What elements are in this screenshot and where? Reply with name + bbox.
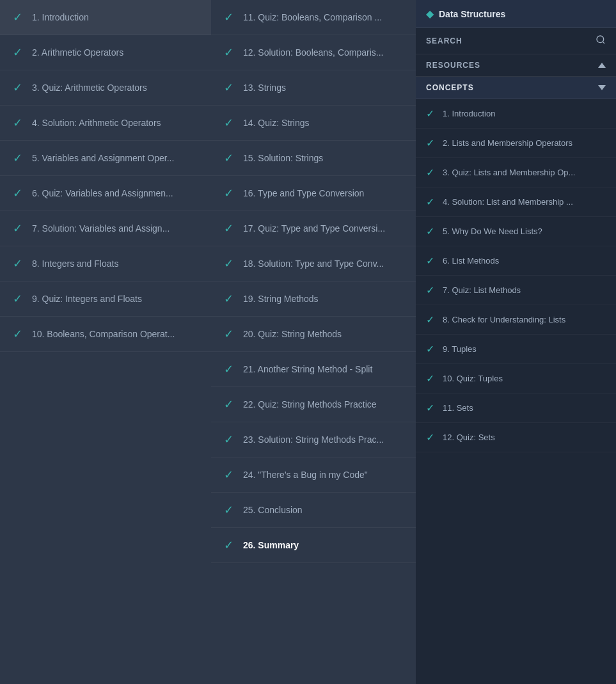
right-concept-item-3[interactable]: ✓ 3. Quiz: Lists and Membership Op... — [416, 158, 616, 187]
checkmark-icon: ✓ — [224, 292, 234, 306]
mid-course-item-19[interactable]: ✓ 19. String Methods — [211, 282, 416, 317]
mid-course-item-16[interactable]: ✓ 16. Type and Type Conversion — [211, 176, 416, 211]
concepts-expand-icon[interactable] — [598, 85, 606, 90]
item-label: 5. Why Do We Need Lists? — [443, 227, 542, 236]
checkmark-icon: ✓ — [426, 166, 435, 179]
left-course-item-3[interactable]: ✓ 3. Quiz: Arithmetic Operators — [0, 70, 211, 106]
item-label: 6. List Methods — [443, 256, 499, 266]
right-concept-item-2[interactable]: ✓ 2. Lists and Membership Operators — [416, 129, 616, 158]
checkmark-icon: ✓ — [426, 314, 435, 326]
item-label: 26. Summary — [243, 540, 299, 550]
checkmark-icon: ✓ — [224, 151, 234, 165]
search-section[interactable]: SEARCH — [416, 28, 616, 54]
mid-course-item-11[interactable]: ✓ 11. Quiz: Booleans, Comparison ... — [211, 0, 416, 35]
item-label: 19. String Methods — [243, 294, 319, 304]
concepts-items-list: ✓ 1. Introduction ✓ 2. Lists and Members… — [416, 99, 616, 452]
item-label: 8. Integers and Floats — [32, 258, 118, 269]
item-label: 12. Quiz: Sets — [443, 433, 495, 442]
right-concept-item-1[interactable]: ✓ 1. Introduction — [416, 99, 616, 129]
search-button[interactable] — [596, 35, 606, 47]
mid-course-item-17[interactable]: ✓ 17. Quiz: Type and Type Conversi... — [211, 211, 416, 246]
checkmark-icon: ✓ — [13, 81, 23, 95]
concepts-section[interactable]: CONCEPTS — [416, 77, 616, 99]
checkmark-icon: ✓ — [224, 45, 234, 60]
left-course-item-6[interactable]: ✓ 6. Quiz: Variables and Assignmen... — [0, 176, 211, 211]
right-concept-item-8[interactable]: ✓ 8. Check for Understanding: Lists — [416, 305, 616, 335]
left-course-item-9[interactable]: ✓ 9. Quiz: Integers and Floats — [0, 282, 211, 317]
right-concept-item-6[interactable]: ✓ 6. List Methods — [416, 246, 616, 276]
checkmark-icon: ✓ — [426, 372, 435, 385]
right-concept-item-4[interactable]: ✓ 4. Solution: List and Membership ... — [416, 187, 616, 217]
left-course-item-2[interactable]: ✓ 2. Arithmetic Operators — [0, 35, 211, 70]
left-course-item-10[interactable]: ✓ 10. Booleans, Comparison Operat... — [0, 317, 211, 352]
resources-label: RESOURCES — [426, 61, 480, 70]
main-container: ✓ 1. Introduction ✓ 2. Arithmetic Operat… — [0, 0, 616, 684]
checkmark-icon: ✓ — [426, 225, 435, 237]
checkmark-icon: ✓ — [224, 81, 234, 95]
checkmark-icon: ✓ — [426, 137, 435, 149]
resources-collapse-icon[interactable] — [598, 63, 606, 68]
item-label: 22. Quiz: String Methods Practice — [243, 399, 377, 410]
checkmark-icon: ✓ — [13, 45, 23, 60]
item-label: 8. Check for Understanding: Lists — [443, 315, 565, 324]
checkmark-icon: ✓ — [426, 255, 435, 267]
item-label: 17. Quiz: Type and Type Conversi... — [243, 223, 385, 234]
left-course-item-8[interactable]: ✓ 8. Integers and Floats — [0, 246, 211, 282]
checkmark-icon: ✓ — [13, 257, 23, 271]
item-label: 25. Conclusion — [243, 505, 303, 515]
right-concept-item-9[interactable]: ✓ 9. Tuples — [416, 335, 616, 364]
checkmark-icon: ✓ — [224, 362, 234, 376]
item-label: 4. Solution: List and Membership ... — [443, 197, 573, 207]
item-label: 23. Solution: String Methods Prac... — [243, 434, 384, 445]
item-label: 15. Solution: Strings — [243, 153, 323, 163]
mid-column: ✓ 11. Quiz: Booleans, Comparison ... ✓ 1… — [211, 0, 416, 684]
checkmark-icon: ✓ — [13, 327, 23, 341]
item-label: 13. Strings — [243, 83, 286, 93]
checkmark-icon: ✓ — [224, 433, 234, 447]
item-label: 1. Introduction — [443, 109, 495, 118]
right-concept-item-5[interactable]: ✓ 5. Why Do We Need Lists? — [416, 217, 616, 246]
mid-course-item-13[interactable]: ✓ 13. Strings — [211, 70, 416, 106]
mid-course-item-23[interactable]: ✓ 23. Solution: String Methods Prac... — [211, 422, 416, 457]
checkmark-icon: ✓ — [224, 221, 234, 235]
mid-course-item-15[interactable]: ✓ 15. Solution: Strings — [211, 141, 416, 176]
right-concept-item-11[interactable]: ✓ 11. Sets — [416, 394, 616, 423]
left-course-item-7[interactable]: ✓ 7. Solution: Variables and Assign... — [0, 211, 211, 246]
mid-course-item-21[interactable]: ✓ 21. Another String Method - Split — [211, 352, 416, 387]
checkmark-icon: ✓ — [13, 116, 23, 130]
item-label: 9. Tuples — [443, 344, 477, 354]
left-course-item-5[interactable]: ✓ 5. Variables and Assignment Oper... — [0, 141, 211, 176]
item-label: 12. Solution: Booleans, Comparis... — [243, 47, 383, 58]
checkmark-icon: ✓ — [224, 116, 234, 130]
panel-title: Data Structures — [439, 9, 505, 19]
mid-course-item-22[interactable]: ✓ 22. Quiz: String Methods Practice — [211, 387, 416, 422]
item-label: 14. Quiz: Strings — [243, 118, 310, 128]
item-label: 5. Variables and Assignment Oper... — [32, 153, 174, 163]
right-concept-item-12[interactable]: ✓ 12. Quiz: Sets — [416, 423, 616, 452]
mid-course-item-24[interactable]: ✓ 24. "There's a Bug in my Code" — [211, 457, 416, 493]
diamond-icon: ◆ — [426, 8, 434, 20]
mid-course-item-20[interactable]: ✓ 20. Quiz: String Methods — [211, 317, 416, 352]
item-label: 6. Quiz: Variables and Assignmen... — [32, 188, 173, 198]
item-label: 4. Solution: Arithmetic Operators — [32, 118, 161, 128]
mid-course-item-12[interactable]: ✓ 12. Solution: Booleans, Comparis... — [211, 35, 416, 70]
mid-course-item-26[interactable]: ✓ 26. Summary — [211, 528, 416, 563]
item-label: 11. Sets — [443, 403, 473, 413]
right-concept-item-10[interactable]: ✓ 10. Quiz: Tuples — [416, 364, 616, 394]
mid-course-item-14[interactable]: ✓ 14. Quiz: Strings — [211, 106, 416, 141]
item-label: 7. Solution: Variables and Assign... — [32, 223, 170, 234]
checkmark-icon: ✓ — [224, 327, 234, 341]
item-label: 7. Quiz: List Methods — [443, 285, 521, 295]
mid-course-item-25[interactable]: ✓ 25. Conclusion — [211, 493, 416, 528]
left-course-item-1[interactable]: ✓ 1. Introduction — [0, 0, 211, 35]
left-course-item-4[interactable]: ✓ 4. Solution: Arithmetic Operators — [0, 106, 211, 141]
checkmark-icon: ✓ — [224, 538, 234, 552]
resources-section[interactable]: RESOURCES — [416, 54, 616, 77]
item-label: 20. Quiz: String Methods — [243, 329, 342, 339]
item-label: 21. Another String Method - Split — [243, 364, 372, 374]
item-label: 10. Quiz: Tuples — [443, 374, 503, 383]
mid-course-item-18[interactable]: ✓ 18. Solution: Type and Type Conv... — [211, 246, 416, 282]
right-concept-item-7[interactable]: ✓ 7. Quiz: List Methods — [416, 276, 616, 305]
checkmark-icon: ✓ — [224, 186, 234, 200]
item-label: 11. Quiz: Booleans, Comparison ... — [243, 12, 382, 22]
